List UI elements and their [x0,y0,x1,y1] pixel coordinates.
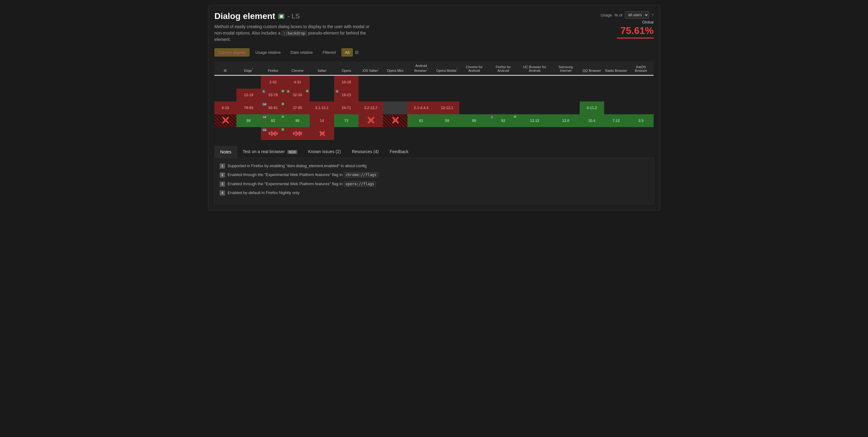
usage-bar [617,37,654,38]
cell-ff-r3: 1480-81 [261,101,285,114]
cell-chrome-r1: 4-31 [285,75,310,89]
cell-operamini-r5 [383,127,407,140]
th-ie: IE [214,61,237,75]
filter-row: Current aligned Usage relative Date rela… [214,48,654,57]
tab-test-browser-label: Test on a real browser [243,149,285,154]
cell-safari-r5: TP✕ [310,127,334,140]
cell-edge-r5 [237,127,261,140]
note-item-1: 1 Supported in Firefox by enabling "dom.… [220,163,648,169]
cell-chrome-r2: 232-36 [285,89,310,101]
note-num-4: 4 [220,191,225,196]
cell-uc-r4: 12.12 [517,114,552,127]
page-title: Dialog element ▣ - LS [214,11,373,21]
th-kaios: KaiOS Browser [628,61,654,75]
cell-iossafari-r1 [359,75,383,89]
gear-icon[interactable]: ⚙ [354,50,359,55]
help-icon[interactable]: ? [651,13,654,18]
cell-qq-r2 [580,89,604,101]
cell-kaios-r2 [628,89,654,101]
th-opera-mobile: Opera Mobile* [435,61,459,75]
note-num-3: 3 [220,181,225,187]
cell-android-r4: 81 [407,114,435,127]
cell-ff-r4: 1482 [261,114,285,127]
cell-qq-r3: 4-11.2 [580,101,604,114]
cell-android-r1 [407,75,435,89]
cell-operamini-r1 [383,75,407,89]
cell-opera-r1: 10-18 [334,75,359,89]
note-text-2: Enabled through the "Experimental Web Pl… [227,172,378,178]
cell-chrome-r3: 37-85 [285,101,310,114]
filter-current-aligned[interactable]: Current aligned [214,48,250,57]
table-row: 1483-84✕ 87-89✕ TP✕ [214,127,654,140]
filter-all[interactable]: All [341,48,353,57]
tab-feedback[interactable]: Feedback [384,146,414,158]
table-row: 12-18 153-79 232-36 319-23 [214,89,654,101]
usage-prefix: % of [615,13,622,18]
cell-opermobile-r4: 59 [435,114,459,127]
note-item-4: 4 Enabled by default in Firefox Nightly … [220,190,648,196]
cell-iossafari-r4: 14✕ [359,114,383,127]
table-row: 11✕ 86 1482 86 14 72 14✕ all✕ 81 59 86 [214,114,654,127]
cell-uc-r5 [517,127,552,140]
cell-ie-r3: 6-10 [214,101,237,114]
cell-chromeandroid-r4: 86 [459,114,489,127]
compat-table-wrapper: IE Edge* Firefox Chrome Safari Opera iOS… [214,61,654,140]
cell-baidu-r4: 7.12 [604,114,628,127]
usage-select[interactable]: all users [625,11,649,19]
tab-test-browser[interactable]: Test on a real browser NEW [237,146,303,158]
cell-safari-r4: 14 [310,114,334,127]
note-num-2: 2 [220,172,225,178]
cell-android-r3: 2.1-4.4.4 [407,101,435,114]
cell-safari-r3: 3.1-13.1 [310,101,334,114]
table-row: 2-52 4-31 10-18 [214,75,654,89]
cell-ffandroid-r4: 182 [489,114,517,127]
tab-known-issues[interactable]: Known issues (2) [303,146,346,158]
cell-chromeandroid-r2 [459,89,489,101]
note-item-3: 3 Enabled through the "Experimental Web … [220,181,648,187]
cell-operamini-r3 [383,101,407,114]
cell-opermobile-r1 [435,75,459,89]
cell-android-r2 [407,89,435,101]
cell-iossafari-r2 [359,89,383,101]
th-safari: Safari [310,61,334,75]
cell-edge-r3: 79-85 [237,101,261,114]
cell-baidu-r5 [604,127,628,140]
header-row: Dialog element ▣ - LS Method of easily c… [214,11,654,43]
th-samsung: Samsung Internet [552,61,580,75]
cell-samsung-r5 [552,127,580,140]
code-backdrop: ::backdrop [282,31,307,36]
filter-usage-relative[interactable]: Usage relative [251,48,285,57]
cell-samsung-r2 [552,89,580,101]
cell-safari-r1 [310,75,334,89]
cell-kaios-r5 [628,127,654,140]
usage-top: Usage % of all users ? [574,11,654,19]
cell-edge-r1 [237,75,261,89]
cell-qq-r4: 10.4 [580,114,604,127]
note-text-4: Enabled by default in Firefox Nightly on… [227,190,300,196]
tab-notes[interactable]: Notes [214,146,237,158]
cell-chromeandroid-r3 [459,101,489,114]
cell-opera-r5 [334,127,359,140]
cell-opera-r3: 24-71 [334,101,359,114]
cell-opermobile-r2 [435,89,459,101]
filter-date-relative[interactable]: Date relative [286,48,317,57]
th-baidu: Baidu Browser [604,61,628,75]
cell-edge-r4: 86 [237,114,261,127]
cell-samsung-r4: 12.0 [552,114,580,127]
cell-ie-r4: 11✕ [214,114,237,127]
cell-opera-r4: 72 [334,114,359,127]
cell-ff-r1: 2-52 [261,75,285,89]
filter-filtered[interactable]: Filtered [318,48,340,57]
th-uc-android: UC Browser for Android [517,61,552,75]
th-qq: QQ Browser [580,61,604,75]
cell-ffandroid-r1 [489,75,517,89]
cell-opermobile-r3: 12-12.1 [435,101,459,114]
cell-samsung-r3 [552,101,580,114]
cell-chrome-r4: 86 [285,114,310,127]
th-firefox: Firefox [261,61,285,75]
table-row: 6-10 79-85 1480-81 37-85 3.1-13.1 24-71 … [214,101,654,114]
cell-ff-r2: 153-79 [261,89,285,101]
usage-panel: Usage % of all users ? Global 75.61% [574,11,654,38]
usage-global: Global [574,20,654,25]
tab-resources[interactable]: Resources (4) [346,146,384,158]
